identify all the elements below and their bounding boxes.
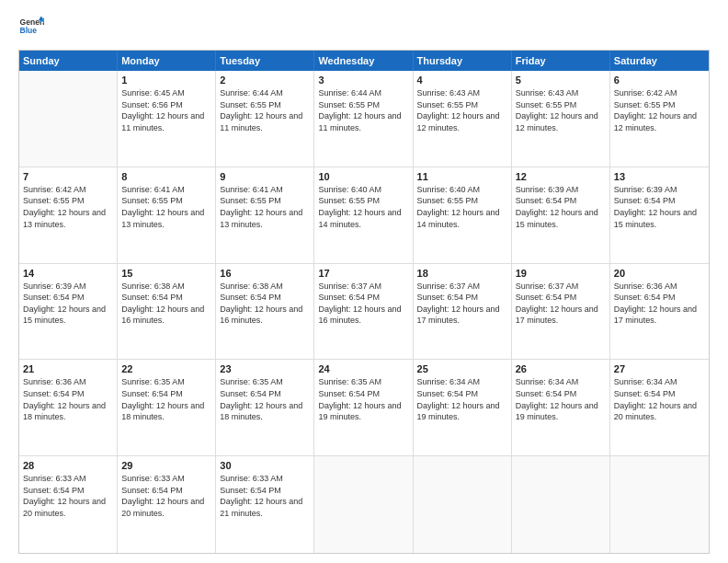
calendar-cell: 2Sunrise: 6:44 AMSunset: 6:55 PMDaylight… <box>216 71 314 167</box>
calendar-cell: 25Sunrise: 6:34 AMSunset: 6:54 PMDayligh… <box>414 360 512 455</box>
day-number: 25 <box>417 363 507 374</box>
day-number: 21 <box>23 363 113 374</box>
cell-info: Sunrise: 6:39 AMSunset: 6:54 PMDaylight:… <box>614 184 705 230</box>
day-number: 3 <box>318 75 408 86</box>
cell-info: Sunrise: 6:36 AMSunset: 6:54 PMDaylight:… <box>614 281 705 327</box>
calendar-header-cell: Saturday <box>610 51 709 71</box>
calendar-row: 14Sunrise: 6:39 AMSunset: 6:54 PMDayligh… <box>19 264 709 361</box>
calendar-cell: 5Sunrise: 6:43 AMSunset: 6:55 PMDaylight… <box>512 71 610 167</box>
calendar-row: 21Sunrise: 6:36 AMSunset: 6:54 PMDayligh… <box>19 360 709 456</box>
cell-info: Sunrise: 6:34 AMSunset: 6:54 PMDaylight:… <box>516 376 606 422</box>
day-number: 9 <box>220 171 310 182</box>
cell-info: Sunrise: 6:40 AMSunset: 6:55 PMDaylight:… <box>318 184 408 230</box>
calendar-header: SundayMondayTuesdayWednesdayThursdayFrid… <box>19 51 709 71</box>
cell-info: Sunrise: 6:44 AMSunset: 6:55 PMDaylight:… <box>220 87 310 133</box>
cell-info: Sunrise: 6:43 AMSunset: 6:55 PMDaylight:… <box>516 87 606 133</box>
calendar-cell <box>512 456 610 553</box>
header: General Blue <box>18 15 710 40</box>
day-number: 19 <box>516 268 606 279</box>
day-number: 17 <box>318 268 408 279</box>
cell-info: Sunrise: 6:38 AMSunset: 6:54 PMDaylight:… <box>121 281 211 327</box>
calendar-header-cell: Tuesday <box>216 51 314 71</box>
calendar-cell: 14Sunrise: 6:39 AMSunset: 6:54 PMDayligh… <box>19 264 118 360</box>
logo-icon: General Blue <box>18 15 44 40</box>
calendar-row: 1Sunrise: 6:45 AMSunset: 6:56 PMDaylight… <box>19 71 709 167</box>
cell-info: Sunrise: 6:34 AMSunset: 6:54 PMDaylight:… <box>417 376 507 422</box>
calendar-cell: 11Sunrise: 6:40 AMSunset: 6:55 PMDayligh… <box>414 167 512 263</box>
calendar-header-cell: Thursday <box>414 51 512 71</box>
cell-info: Sunrise: 6:38 AMSunset: 6:54 PMDaylight:… <box>220 281 310 327</box>
calendar-cell: 15Sunrise: 6:38 AMSunset: 6:54 PMDayligh… <box>118 264 216 360</box>
cell-info: Sunrise: 6:43 AMSunset: 6:55 PMDaylight:… <box>417 87 507 133</box>
day-number: 2 <box>220 75 310 86</box>
cell-info: Sunrise: 6:33 AMSunset: 6:54 PMDaylight:… <box>23 473 113 519</box>
day-number: 14 <box>23 268 113 279</box>
calendar-cell: 28Sunrise: 6:33 AMSunset: 6:54 PMDayligh… <box>19 456 118 553</box>
day-number: 29 <box>121 460 211 471</box>
day-number: 24 <box>318 363 408 374</box>
calendar-cell: 24Sunrise: 6:35 AMSunset: 6:54 PMDayligh… <box>314 360 413 455</box>
cell-info: Sunrise: 6:35 AMSunset: 6:54 PMDaylight:… <box>318 376 408 422</box>
calendar-cell: 29Sunrise: 6:33 AMSunset: 6:54 PMDayligh… <box>118 456 216 553</box>
calendar-cell: 27Sunrise: 6:34 AMSunset: 6:54 PMDayligh… <box>610 360 709 455</box>
calendar-cell: 26Sunrise: 6:34 AMSunset: 6:54 PMDayligh… <box>512 360 610 455</box>
calendar-cell: 12Sunrise: 6:39 AMSunset: 6:54 PMDayligh… <box>512 167 610 263</box>
calendar-cell: 13Sunrise: 6:39 AMSunset: 6:54 PMDayligh… <box>610 167 709 263</box>
calendar-cell: 4Sunrise: 6:43 AMSunset: 6:55 PMDaylight… <box>414 71 512 167</box>
cell-info: Sunrise: 6:42 AMSunset: 6:55 PMDaylight:… <box>23 184 113 230</box>
day-number: 26 <box>516 363 606 374</box>
day-number: 10 <box>318 171 408 182</box>
calendar-header-cell: Monday <box>118 51 216 71</box>
calendar-cell <box>610 456 709 553</box>
day-number: 23 <box>220 363 310 374</box>
calendar-cell <box>19 71 118 167</box>
calendar-cell: 6Sunrise: 6:42 AMSunset: 6:55 PMDaylight… <box>610 71 709 167</box>
cell-info: Sunrise: 6:33 AMSunset: 6:54 PMDaylight:… <box>220 473 310 519</box>
calendar-cell: 30Sunrise: 6:33 AMSunset: 6:54 PMDayligh… <box>216 456 314 553</box>
day-number: 8 <box>121 171 211 182</box>
day-number: 15 <box>121 268 211 279</box>
cell-info: Sunrise: 6:40 AMSunset: 6:55 PMDaylight:… <box>417 184 507 230</box>
calendar-cell: 18Sunrise: 6:37 AMSunset: 6:54 PMDayligh… <box>414 264 512 360</box>
cell-info: Sunrise: 6:41 AMSunset: 6:55 PMDaylight:… <box>220 184 310 230</box>
calendar-header-cell: Sunday <box>19 51 118 71</box>
calendar-cell <box>414 456 512 553</box>
calendar-header-cell: Wednesday <box>314 51 413 71</box>
cell-info: Sunrise: 6:39 AMSunset: 6:54 PMDaylight:… <box>23 281 113 327</box>
calendar-cell: 1Sunrise: 6:45 AMSunset: 6:56 PMDaylight… <box>118 71 216 167</box>
cell-info: Sunrise: 6:39 AMSunset: 6:54 PMDaylight:… <box>516 184 606 230</box>
calendar-cell: 23Sunrise: 6:35 AMSunset: 6:54 PMDayligh… <box>216 360 314 455</box>
cell-info: Sunrise: 6:35 AMSunset: 6:54 PMDaylight:… <box>121 376 211 422</box>
calendar-cell: 22Sunrise: 6:35 AMSunset: 6:54 PMDayligh… <box>118 360 216 455</box>
day-number: 5 <box>516 75 606 86</box>
cell-info: Sunrise: 6:37 AMSunset: 6:54 PMDaylight:… <box>417 281 507 327</box>
calendar-cell: 17Sunrise: 6:37 AMSunset: 6:54 PMDayligh… <box>314 264 413 360</box>
cell-info: Sunrise: 6:42 AMSunset: 6:55 PMDaylight:… <box>614 87 705 133</box>
day-number: 4 <box>417 75 507 86</box>
calendar-cell: 10Sunrise: 6:40 AMSunset: 6:55 PMDayligh… <box>314 167 413 263</box>
calendar-header-cell: Friday <box>512 51 610 71</box>
logo: General Blue <box>18 15 44 40</box>
cell-info: Sunrise: 6:34 AMSunset: 6:54 PMDaylight:… <box>614 376 705 422</box>
cell-info: Sunrise: 6:37 AMSunset: 6:54 PMDaylight:… <box>516 281 606 327</box>
calendar-cell: 19Sunrise: 6:37 AMSunset: 6:54 PMDayligh… <box>512 264 610 360</box>
calendar-cell: 20Sunrise: 6:36 AMSunset: 6:54 PMDayligh… <box>610 264 709 360</box>
day-number: 6 <box>614 75 705 86</box>
calendar-cell <box>314 456 413 553</box>
svg-text:Blue: Blue <box>20 26 38 35</box>
day-number: 11 <box>417 171 507 182</box>
day-number: 7 <box>23 171 113 182</box>
day-number: 28 <box>23 460 113 471</box>
cell-info: Sunrise: 6:37 AMSunset: 6:54 PMDaylight:… <box>318 281 408 327</box>
day-number: 18 <box>417 268 507 279</box>
cell-info: Sunrise: 6:36 AMSunset: 6:54 PMDaylight:… <box>23 376 113 422</box>
calendar-cell: 3Sunrise: 6:44 AMSunset: 6:55 PMDaylight… <box>314 71 413 167</box>
calendar-row: 28Sunrise: 6:33 AMSunset: 6:54 PMDayligh… <box>19 456 709 553</box>
calendar: SundayMondayTuesdayWednesdayThursdayFrid… <box>18 50 710 554</box>
calendar-row: 7Sunrise: 6:42 AMSunset: 6:55 PMDaylight… <box>19 167 709 264</box>
calendar-cell: 8Sunrise: 6:41 AMSunset: 6:55 PMDaylight… <box>118 167 216 263</box>
day-number: 20 <box>614 268 705 279</box>
day-number: 27 <box>614 363 705 374</box>
day-number: 13 <box>614 171 705 182</box>
day-number: 1 <box>121 75 211 86</box>
